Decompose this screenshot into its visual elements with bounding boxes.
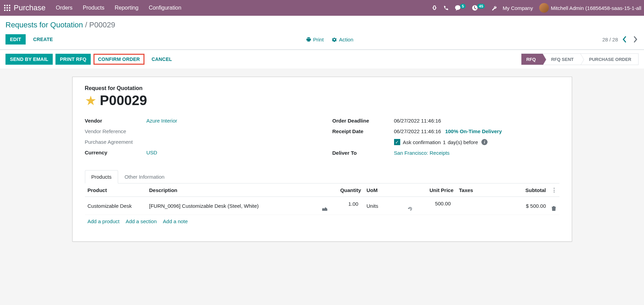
vendor-label: Vendor [85,118,147,124]
print-dropdown[interactable]: Print [306,37,324,42]
th-subtotal: Subtotal [497,183,549,197]
tools-icon[interactable] [491,5,496,11]
record-name: P00029 [100,93,147,108]
add-product-link[interactable]: Add a product [88,218,119,224]
table-row[interactable]: Customizable Desk [FURN_0096] Customizab… [85,197,559,215]
cell-quantity: 1.00 [319,197,364,215]
control-panel: Requests for Quotation / P00029 Edit Cre… [0,16,644,50]
ask-confirmation-prefix: Ask confirmation [403,139,441,145]
pager-next-icon[interactable] [632,36,639,43]
vendor-ref-label: Vendor Reference [85,128,147,134]
deliver-to-label: Deliver To [332,150,394,156]
svg-rect-5 [9,7,10,9]
th-product: Product [85,183,147,197]
apps-icon[interactable] [4,5,10,11]
print-rfq-button[interactable]: Print RFQ [55,54,91,65]
form-subtitle: Request for Quotation [85,85,559,91]
user-name: Mitchell Admin (16856458-saas-15-1-all [551,5,641,11]
cell-delete[interactable] [549,197,559,215]
agreement-label: Purchase Agreement [85,139,147,145]
currency-label: Currency [85,150,147,155]
menu-reporting[interactable]: Reporting [115,5,138,11]
svg-rect-6 [4,10,5,11]
deliver-to-value[interactable]: San Francisco: Receipts [394,150,450,156]
tab-products[interactable]: Products [85,170,118,183]
svg-rect-3 [4,7,5,9]
deadline-label: Order Deadline [332,118,394,124]
cell-description: [FURN_0096] Customizable Desk (Steel, Wh… [147,197,319,215]
messaging-icon[interactable]: 5 [455,5,466,11]
cell-taxes [456,197,497,215]
th-unit-price: Unit Price [405,183,456,197]
add-section-link[interactable]: Add a section [126,218,157,224]
breadcrumb-parent[interactable]: Requests for Quotation [5,21,83,29]
th-uom: UoM [364,183,405,197]
menu-products[interactable]: Products [83,5,104,11]
receipt-label: Receipt Date [332,128,394,134]
systray: 5 45 My Company Mitchell Admin (16856458… [432,3,641,13]
ask-confirmation-checkbox[interactable]: ✓ [394,139,400,145]
confirm-order-button[interactable]: Confirm Order [93,54,144,65]
breadcrumb: Requests for Quotation / P00029 [5,21,115,29]
svg-rect-1 [7,5,8,6]
app-brand[interactable]: Purchase [14,3,46,12]
company-switcher[interactable]: My Company [503,5,533,11]
th-taxes: Taxes [456,183,497,197]
svg-rect-0 [4,5,5,6]
action-dropdown[interactable]: Action [332,37,353,42]
status-step-purchase-order[interactable]: Purchase Order [581,54,639,65]
activities-badge: 45 [477,4,485,9]
svg-rect-7 [7,10,8,11]
tab-other-information[interactable]: Other Information [118,170,171,183]
deadline-value: 06/27/2022 11:46:16 [394,118,441,124]
print-label: Print [313,37,324,42]
debug-icon[interactable] [432,5,437,11]
edit-button[interactable]: Edit [5,34,26,45]
th-options[interactable]: ⋮ [549,183,559,197]
add-note-link[interactable]: Add a note [163,218,188,224]
status-bar: Send by Email Print RFQ Confirm Order Ca… [0,50,644,68]
user-menu[interactable]: Mitchell Admin (16856458-saas-15-1-all [539,3,641,13]
action-label: Action [339,37,353,42]
form-right-column: Order Deadline 06/27/2022 11:46:16 Recei… [332,118,559,161]
status-step-rfq[interactable]: RFQ [521,54,543,65]
cancel-button[interactable]: Cancel [147,54,177,65]
info-icon[interactable]: i [481,139,488,145]
svg-rect-2 [9,5,10,6]
status-step-rfq-sent[interactable]: RFQ Sent [543,54,581,65]
svg-rect-4 [7,7,8,9]
cell-product: Customizable Desk [85,197,147,215]
avatar [539,3,549,13]
kebab-icon[interactable]: ⋮ [552,187,557,193]
price-history-icon[interactable] [408,206,454,211]
receipt-value: 06/27/2022 11:46:16 [394,128,441,134]
menu-orders[interactable]: Orders [56,5,73,11]
activities-icon[interactable]: 45 [472,5,485,11]
vendor-value[interactable]: Azure Interior [147,118,177,124]
trash-icon[interactable] [552,206,557,211]
notebook-tabs: Products Other Information [85,170,559,183]
form-left-column: Vendor Azure Interior Vendor Reference P… [85,118,312,161]
order-lines-table: Product Description Quantity UoM Unit Pr… [85,183,559,228]
forecast-icon[interactable] [322,207,361,211]
send-email-button[interactable]: Send by Email [5,54,53,65]
th-quantity: Quantity [319,183,364,197]
currency-value[interactable]: USD [147,150,157,155]
breadcrumb-current: P00029 [89,21,115,29]
create-button[interactable]: Create [29,35,57,44]
pager-count[interactable]: 28 / 28 [602,37,618,42]
cell-price: 500.00 [405,197,456,215]
th-description: Description [147,183,319,197]
pager-prev-icon[interactable] [621,36,628,43]
status-arrows: RFQ RFQ Sent Purchase Order [521,53,639,65]
priority-star-icon[interactable]: ★ [85,93,97,108]
menu-configuration[interactable]: Configuration [149,5,181,11]
messaging-badge: 5 [460,4,466,9]
ask-confirmation-suffix: day(s) before [448,139,478,145]
form-view: Request for Quotation ★ P00029 Vendor Az… [0,68,644,303]
ontime-delivery-link[interactable]: 100% On-Time Delivery [445,128,502,134]
top-nav: Purchase Orders Products Reporting Confi… [0,0,644,16]
ask-confirmation-days: 1 [443,139,445,145]
phone-icon[interactable] [443,5,449,11]
cell-uom: Units [364,197,405,215]
